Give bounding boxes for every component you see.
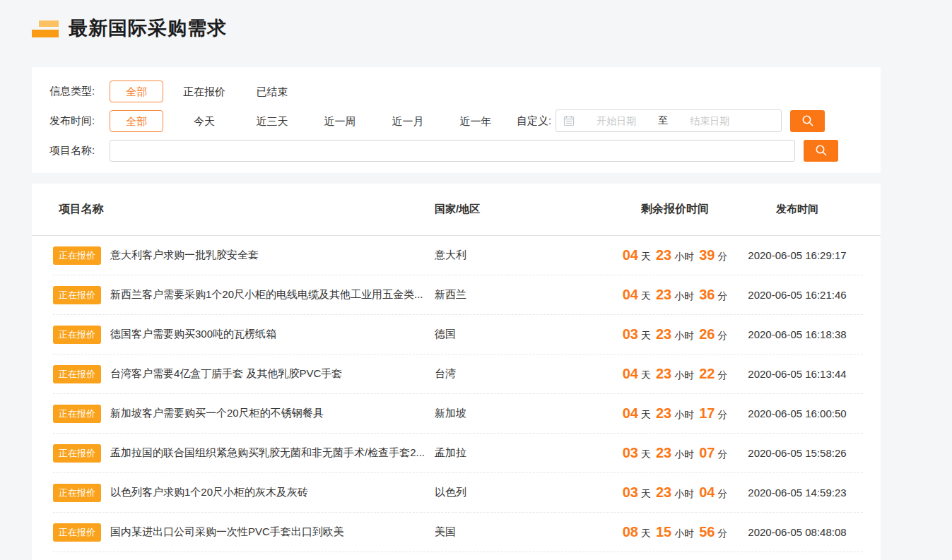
col-header-country: 国家/地区 [431, 203, 618, 216]
info-type-option-all[interactable]: 全部 [110, 81, 163, 102]
status-badge: 正在报价 [53, 523, 101, 542]
date-search-button[interactable] [790, 110, 825, 132]
filter-panel: 信息类型: 全部 正在报价 已结束 发布时间: 全部 今天 近三天 近一周 近一… [32, 67, 881, 173]
search-icon [815, 144, 828, 157]
remaining-time-cell: 04天23小时36分 [618, 287, 731, 303]
country-cell: 台湾 [431, 367, 618, 381]
remaining-time-cell: 04天23小时22分 [618, 366, 731, 382]
table-header: 项目名称 国家/地区 剩余报价时间 发布时间 [32, 184, 881, 236]
country-cell: 孟加拉 [431, 446, 618, 460]
project-title-link[interactable]: 以色列客户求购1个20尺小柜的灰木及灰砖 [110, 486, 308, 499]
table-row[interactable]: 正在报价德国客户需要购买300吨的瓦楞纸箱 德国 03天23小时26分 2020… [53, 315, 863, 355]
time-option-today[interactable]: 今天 [177, 110, 231, 132]
info-type-label: 信息类型: [49, 85, 110, 98]
search-icon [801, 114, 814, 127]
project-name-input[interactable] [110, 140, 795, 162]
project-title-link[interactable]: 孟加拉国的联合国组织紧急购买乳胶无菌和非无菌手术/检查手套2... [110, 446, 425, 460]
time-option-year[interactable]: 近一年 [449, 110, 503, 132]
col-header-remaining: 剩余报价时间 [618, 202, 731, 217]
time-option-all[interactable]: 全部 [110, 110, 163, 132]
country-cell: 德国 [431, 328, 618, 341]
info-type-option-ended[interactable]: 已结束 [245, 81, 299, 102]
remaining-time-cell: 04天23小时39分 [618, 247, 731, 263]
project-title-link[interactable]: 德国客户需要购买300吨的瓦楞纸箱 [110, 328, 276, 341]
status-badge: 正在报价 [53, 286, 101, 304]
start-date-input[interactable] [575, 115, 658, 126]
country-cell: 以色列 [431, 486, 618, 499]
remaining-time-cell: 04天23小时17分 [618, 405, 731, 422]
publish-time-cell: 2020-06-05 14:59:23 [731, 487, 863, 499]
status-badge: 正在报价 [53, 365, 101, 383]
table-row[interactable]: 正在报价新加坡客户需要购买一个20尺柜的不锈钢餐具 新加坡 04天23小时17分… [53, 394, 863, 434]
date-range-picker[interactable]: 至 [556, 109, 782, 132]
project-title-link[interactable]: 国内某进出口公司采购一次性PVC手套出口到欧美 [110, 525, 344, 539]
publish-time-cell: 2020-06-05 16:18:38 [731, 328, 863, 340]
filter-row-publish-time: 发布时间: 全部 今天 近三天 近一周 近一月 近一年 自定义: 至 [49, 109, 881, 132]
col-header-project: 项目名称 [53, 202, 431, 217]
project-title-link[interactable]: 新加坡客户需要购买一个20尺柜的不锈钢餐具 [110, 407, 324, 420]
publish-time-cell: 2020-06-05 16:21:46 [731, 289, 863, 301]
table-body: 正在报价意大利客户求购一批乳胶安全套 意大利 04天23小时39分 2020-0… [32, 236, 881, 552]
page-title: 最新国际采购需求 [69, 16, 227, 41]
project-title-link[interactable]: 新西兰客户需要采购1个20尺小柜的电线电缆及其他工业用五金类... [110, 288, 423, 302]
project-search-button[interactable] [804, 140, 838, 162]
time-option-3days[interactable]: 近三天 [245, 110, 299, 132]
status-badge: 正在报价 [53, 246, 101, 265]
publish-time-cell: 2020-06-05 16:29:17 [731, 249, 863, 261]
title-bars-icon [32, 18, 59, 39]
status-badge: 正在报价 [53, 444, 101, 463]
project-title-link[interactable]: 意大利客户求购一批乳胶安全套 [110, 249, 259, 262]
table-row[interactable]: 正在报价台湾客户需要4亿盒丁腈手套 及其他乳胶PVC手套 台湾 04天23小时2… [53, 355, 863, 394]
table-row[interactable]: 正在报价国内某进出口公司采购一次性PVC手套出口到欧美 美国 08天15小时56… [53, 513, 863, 552]
status-badge: 正在报价 [53, 326, 101, 344]
remaining-time-cell: 03天23小时26分 [618, 326, 731, 342]
status-badge: 正在报价 [53, 484, 101, 502]
country-cell: 新西兰 [431, 288, 618, 302]
procurement-table: 项目名称 国家/地区 剩余报价时间 发布时间 正在报价意大利客户求购一批乳胶安全… [32, 184, 881, 560]
publish-time-cell: 2020-06-05 08:48:08 [731, 526, 863, 538]
table-row[interactable]: 正在报价以色列客户求购1个20尺小柜的灰木及灰砖 以色列 03天23小时04分 … [53, 473, 863, 513]
col-header-published: 发布时间 [731, 203, 863, 216]
project-name-label: 项目名称: [49, 144, 110, 157]
publish-time-cell: 2020-06-05 16:00:50 [731, 407, 863, 419]
country-cell: 意大利 [431, 249, 618, 262]
range-separator: 至 [658, 114, 668, 127]
remaining-time-cell: 03天23小时04分 [618, 484, 731, 501]
remaining-time-cell: 03天23小时07分 [618, 445, 731, 461]
country-cell: 美国 [431, 525, 618, 539]
table-row[interactable]: 正在报价意大利客户求购一批乳胶安全套 意大利 04天23小时39分 2020-0… [53, 236, 863, 275]
status-badge: 正在报价 [53, 405, 101, 423]
calendar-icon [563, 115, 575, 126]
info-type-option-quoting[interactable]: 正在报价 [177, 81, 231, 102]
time-option-week[interactable]: 近一周 [313, 110, 367, 132]
publish-time-cell: 2020-06-05 16:13:44 [731, 368, 863, 380]
table-row[interactable]: 正在报价新西兰客户需要采购1个20尺小柜的电线电缆及其他工业用五金类... 新西… [53, 275, 863, 315]
publish-time-cell: 2020-06-05 15:58:26 [731, 447, 863, 459]
page-header: 最新国际采购需求 [32, 16, 227, 41]
country-cell: 新加坡 [431, 407, 618, 420]
filter-row-project-name: 项目名称: [49, 139, 881, 162]
custom-range-label: 自定义: [517, 114, 551, 128]
publish-time-label: 发布时间: [49, 114, 110, 128]
table-row[interactable]: 正在报价孟加拉国的联合国组织紧急购买乳胶无菌和非无菌手术/检查手套2... 孟加… [53, 434, 863, 473]
remaining-time-cell: 08天15小时56分 [618, 524, 731, 540]
end-date-input[interactable] [668, 115, 751, 126]
time-option-month[interactable]: 近一月 [381, 110, 435, 132]
project-title-link[interactable]: 台湾客户需要4亿盒丁腈手套 及其他乳胶PVC手套 [110, 367, 342, 381]
filter-row-info-type: 信息类型: 全部 正在报价 已结束 [49, 80, 881, 102]
